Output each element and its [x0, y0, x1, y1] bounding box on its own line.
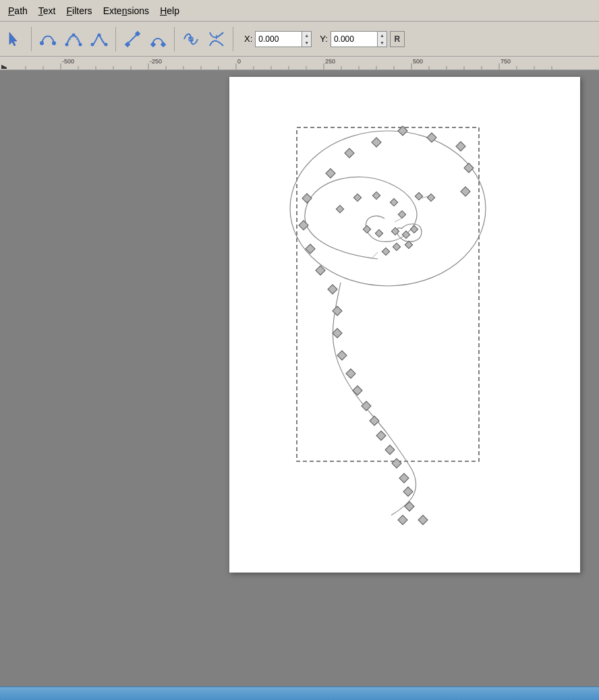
node-select-tool[interactable]	[3, 27, 27, 51]
svg-rect-15	[150, 41, 156, 47]
svg-point-6	[72, 33, 76, 36]
menu-filters[interactable]: Filters	[61, 4, 98, 18]
x-input-wrap: ▲ ▼	[255, 31, 312, 47]
x-spin-down[interactable]: ▼	[302, 39, 311, 47]
y-spin-up[interactable]: ▲	[378, 32, 387, 39]
separator-1	[31, 27, 32, 51]
menu-text[interactable]: Text	[33, 4, 61, 18]
menu-bar: Path Text Filters Extensions Help	[0, 0, 599, 22]
svg-point-0	[40, 41, 44, 45]
menu-help[interactable]: Help	[154, 4, 185, 18]
break-path-btn[interactable]	[179, 27, 203, 51]
smooth-node-btn[interactable]	[36, 27, 60, 51]
separator-3	[174, 27, 175, 51]
y-input-wrap: ▲ ▼	[331, 31, 387, 47]
svg-point-5	[79, 42, 82, 46]
separator-2	[115, 27, 116, 51]
r-button[interactable]: R	[390, 31, 405, 47]
line-segment-btn[interactable]	[120, 27, 144, 51]
main-area	[0, 70, 599, 687]
curve-segment-btn[interactable]	[146, 27, 170, 51]
symmetric-node-btn[interactable]	[61, 27, 86, 51]
y-label: Y:	[318, 34, 329, 44]
menu-extensions[interactable]: Extensions	[98, 4, 155, 18]
ruler-horizontal	[0, 57, 599, 70]
x-input[interactable]	[256, 32, 302, 47]
x-coord-group: X: ▲ ▼	[243, 31, 312, 47]
x-spin-up[interactable]: ▲	[302, 32, 311, 39]
svg-point-10	[105, 42, 108, 46]
svg-point-1	[52, 41, 56, 45]
svg-point-4	[65, 42, 69, 46]
x-label: X:	[243, 34, 254, 44]
canvas-area[interactable]	[0, 70, 599, 687]
cusp-node-btn[interactable]	[87, 27, 111, 51]
y-spin-down[interactable]: ▼	[378, 39, 387, 47]
menu-path[interactable]: Path	[3, 4, 33, 18]
y-coord-group: Y: ▲ ▼	[318, 31, 387, 47]
separator-4	[233, 27, 233, 51]
join-nodes-btn[interactable]	[204, 27, 229, 51]
svg-rect-16	[161, 41, 166, 47]
svg-point-9	[91, 42, 94, 46]
svg-point-11	[98, 33, 101, 36]
y-spin: ▲ ▼	[377, 32, 387, 47]
y-input[interactable]	[331, 32, 377, 47]
x-spin: ▲ ▼	[302, 32, 311, 47]
toolbar: X: ▲ ▼ Y: ▲ ▼ R	[0, 22, 599, 57]
status-bar	[0, 687, 599, 700]
page	[229, 77, 580, 573]
